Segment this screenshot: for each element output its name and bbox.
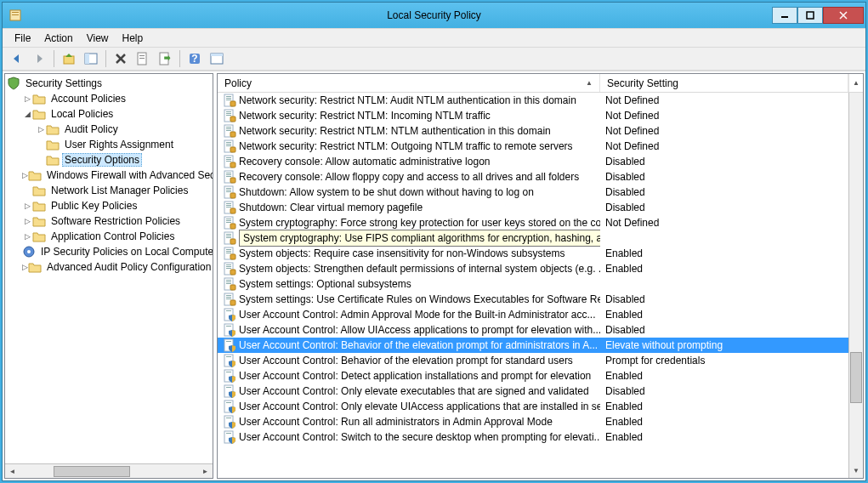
scroll-left-icon[interactable]: ◄ (5, 464, 20, 478)
list-row[interactable]: System cryptography: Use FIPS compliant … (218, 230, 863, 246)
list-row[interactable]: Recovery console: Allow floppy copy and … (218, 169, 863, 185)
policy-icon (223, 247, 236, 260)
policy-setting: Disabled (600, 156, 863, 168)
tree-item[interactable]: ▷Audit Policy (5, 122, 213, 137)
column-policy[interactable]: Policy▲ (218, 74, 600, 92)
scrollbar-thumb[interactable] (850, 352, 862, 403)
scroll-down-icon[interactable]: ▼ (849, 463, 863, 478)
list-row[interactable]: Network security: Restrict NTLM: Audit N… (218, 93, 863, 108)
svg-rect-99 (226, 356, 231, 357)
back-button[interactable] (8, 49, 26, 68)
tree-item[interactable]: Security Options (5, 152, 213, 168)
expander-icon[interactable]: ▷ (22, 171, 28, 179)
properties-button[interactable] (133, 49, 152, 68)
list-row[interactable]: User Account Control: Behavior of the el… (218, 353, 863, 368)
show-hide-tree-button[interactable] (82, 49, 100, 68)
maximize-button[interactable] (797, 7, 823, 24)
tree-pane: Security Settings▷Account Policies◢Local… (4, 73, 213, 479)
minimize-button[interactable] (772, 7, 797, 24)
titlebar[interactable]: Local Security Policy (3, 3, 865, 28)
close-button[interactable] (823, 7, 864, 24)
list-row[interactable]: User Account Control: Run all administra… (218, 414, 863, 429)
tree-view[interactable]: Security Settings▷Account Policies◢Local… (5, 74, 213, 463)
menu-action[interactable]: Action (37, 31, 79, 46)
list-row[interactable]: User Account Control: Only elevate execu… (218, 384, 863, 399)
list-row[interactable]: System cryptography: Force strong key pr… (218, 215, 863, 230)
export-button[interactable] (156, 49, 174, 68)
list-row[interactable]: Shutdown: Allow system to be shut down w… (218, 185, 863, 200)
list-row[interactable]: User Account Control: Behavior of the el… (218, 338, 863, 353)
folder-icon (32, 92, 46, 105)
list-row[interactable]: Network security: Restrict NTLM: NTLM au… (218, 123, 863, 139)
vertical-scrollbar[interactable]: ▼ (848, 93, 863, 478)
svg-rect-74 (226, 251, 231, 252)
svg-rect-89 (226, 297, 231, 298)
tree-item-label: IP Security Policies on Local Computer (38, 246, 213, 258)
tree-item-label: Application Control Policies (48, 230, 177, 242)
folder-icon (28, 260, 42, 274)
tree-item[interactable]: ▷Software Restriction Policies (5, 213, 213, 229)
expander-icon[interactable]: ▷ (22, 217, 32, 225)
expander-icon[interactable]: ▷ (22, 94, 32, 103)
list-row[interactable]: User Account Control: Detect application… (218, 368, 863, 384)
list-row[interactable]: Shutdown: Clear virtual memory pagefileD… (218, 200, 863, 215)
policy-setting: Disabled (600, 186, 863, 198)
folder-icon (46, 138, 60, 151)
column-security-setting[interactable]: Security Setting (600, 74, 848, 92)
list-row[interactable]: Network security: Restrict NTLM: Outgoin… (218, 139, 863, 154)
expander-icon[interactable]: ▷ (36, 125, 46, 134)
scroll-right-icon[interactable]: ► (198, 464, 213, 478)
list-row[interactable]: System objects: Require case insensitivi… (218, 246, 863, 261)
list-row[interactable]: User Account Control: Admin Approval Mod… (218, 307, 863, 322)
policy-setting: Enabled (600, 247, 863, 259)
tree-item[interactable]: Network List Manager Policies (5, 183, 213, 198)
list-row[interactable]: System settings: Use Certificate Rules o… (218, 292, 863, 307)
svg-rect-40 (226, 145, 231, 146)
menu-view[interactable]: View (80, 31, 116, 46)
menu-file[interactable]: File (8, 31, 37, 46)
expander-icon[interactable]: ▷ (22, 263, 28, 271)
svg-rect-68 (226, 234, 231, 235)
policy-icon (223, 354, 236, 367)
list-row[interactable]: Recovery console: Allow automatic admini… (218, 154, 863, 169)
policy-name: User Account Control: Switch to the secu… (239, 431, 600, 443)
forward-button[interactable] (30, 49, 48, 68)
tree-item[interactable]: ▷Account Policies (5, 91, 213, 106)
delete-button[interactable] (111, 49, 130, 68)
scroll-up-icon[interactable]: ▲ (848, 74, 863, 92)
list-row[interactable]: User Account Control: Only elevate UIAcc… (218, 399, 863, 414)
refresh-button[interactable] (207, 49, 226, 68)
tree-root[interactable]: Security Settings (5, 76, 213, 91)
policy-name: System settings: Use Certificate Rules o… (239, 293, 600, 305)
list-row[interactable]: System settings: Optional subsystems (218, 276, 863, 292)
svg-rect-66 (230, 224, 235, 229)
tree-item[interactable]: ▷Windows Firewall with Advanced Security (5, 168, 213, 183)
tree-item[interactable]: IP Security Policies on Local Computer (5, 244, 213, 259)
svg-rect-34 (226, 128, 231, 129)
policy-setting: Not Defined (600, 140, 863, 152)
tree-item[interactable]: ▷Public Key Policies (5, 198, 213, 213)
list-row[interactable]: System objects: Strengthen default permi… (218, 261, 863, 276)
tree-horizontal-scrollbar[interactable]: ◄ ► (5, 463, 213, 478)
list-header: Policy▲ Security Setting ▲ (218, 74, 863, 93)
policy-icon (223, 201, 236, 214)
tree-item[interactable]: ◢Local Policies (5, 106, 213, 122)
list-row[interactable]: Network security: Restrict NTLM: Incomin… (218, 108, 863, 123)
help-button[interactable]: ? (185, 49, 204, 68)
policy-name: Network security: Restrict NTLM: Audit N… (239, 94, 576, 106)
list-row[interactable]: User Account Control: Allow UIAccess app… (218, 322, 863, 338)
policy-name: User Account Control: Detect application… (239, 370, 591, 382)
expander-icon[interactable]: ▷ (22, 232, 32, 241)
tree-item[interactable]: ▷Advanced Audit Policy Configuration (5, 259, 213, 275)
expander-icon[interactable]: ▷ (22, 202, 32, 210)
up-button[interactable] (60, 49, 78, 68)
svg-rect-105 (226, 402, 231, 403)
expander-icon[interactable]: ◢ (22, 110, 32, 118)
list-row[interactable]: User Account Control: Switch to the secu… (218, 429, 863, 445)
tree-item[interactable]: User Rights Assignment (5, 137, 213, 152)
policy-icon (223, 293, 236, 306)
policy-name: System cryptography: Force strong key pr… (239, 217, 600, 229)
policy-list[interactable]: Network security: Restrict NTLM: Audit N… (218, 93, 863, 478)
menu-help[interactable]: Help (116, 31, 150, 46)
tree-item[interactable]: ▷Application Control Policies (5, 229, 213, 244)
